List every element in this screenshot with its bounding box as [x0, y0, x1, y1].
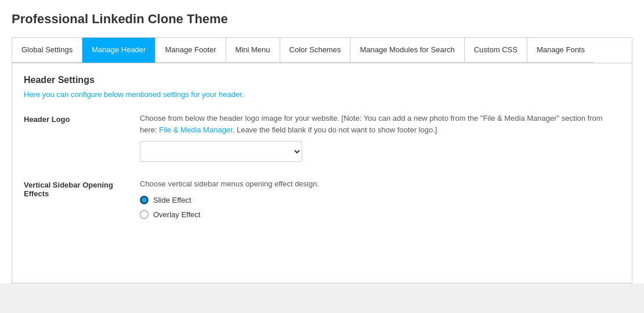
tab-manage-header[interactable]: Manage Header	[82, 38, 155, 63]
header-logo-label: Header Logo	[24, 113, 140, 124]
tab-manage-modules[interactable]: Manage Modules for Search	[350, 38, 464, 63]
tab-manage-footer[interactable]: Manage Footer	[155, 38, 226, 63]
radio-overlay-effect[interactable]: Overlay Effect	[140, 210, 620, 219]
section-description: Here you can configure below mentioned s…	[24, 90, 620, 99]
radio-slide-input[interactable]	[140, 196, 149, 204]
content-panel: Header Settings Here you can configure b…	[12, 63, 632, 283]
page-title: Professional Linkedin Clone Theme	[12, 12, 632, 27]
file-media-manager-link[interactable]: File & Media Manager	[159, 125, 232, 134]
radio-group-sidebar: Slide Effect Overlay Effect	[140, 196, 620, 219]
description-text-2: . Leave the field blank if you do not wa…	[233, 125, 437, 134]
tab-color-schemes[interactable]: Color Schemes	[280, 38, 351, 63]
vertical-sidebar-label: Vertical Sidebar Opening Effects	[24, 178, 140, 198]
vertical-sidebar-content: Choose vertical sidebar menus opening ef…	[140, 178, 620, 219]
header-logo-description: Choose from below the header logo image …	[140, 113, 620, 135]
vertical-sidebar-row: Vertical Sidebar Opening Effects Choose …	[24, 178, 620, 219]
header-logo-select[interactable]	[140, 141, 302, 162]
tab-mini-menu[interactable]: Mini Menu	[226, 38, 280, 63]
radio-slide-effect[interactable]: Slide Effect	[140, 196, 620, 204]
radio-overlay-input[interactable]	[140, 210, 149, 219]
tab-manage-fonts[interactable]: Manage Fonts	[527, 38, 594, 63]
tab-bar: Global Settings Manage Header Manage Foo…	[12, 37, 632, 63]
header-logo-row: Header Logo Choose from below the header…	[24, 113, 620, 162]
tab-custom-css[interactable]: Custom CSS	[465, 38, 527, 63]
header-logo-content: Choose from below the header logo image …	[140, 113, 620, 162]
tab-global-settings[interactable]: Global Settings	[12, 38, 82, 63]
radio-overlay-label: Overlay Effect	[153, 210, 200, 219]
section-title: Header Settings	[24, 75, 620, 85]
radio-slide-label: Slide Effect	[153, 196, 191, 204]
vertical-sidebar-description: Choose vertical sidebar menus opening ef…	[140, 178, 620, 190]
